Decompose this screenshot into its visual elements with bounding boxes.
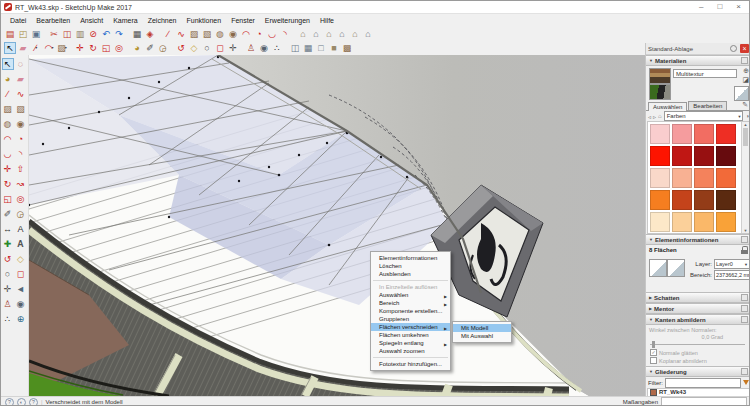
swatch-scrollbar[interactable]: ▲▼ bbox=[741, 122, 749, 233]
new-icon[interactable]: ▤ bbox=[4, 28, 16, 40]
tab-select[interactable]: Auswählen bbox=[648, 102, 687, 111]
context-menu-item[interactable]: Komponente erstellen... bbox=[371, 307, 450, 315]
maximize-button[interactable]: □ bbox=[717, 3, 722, 11]
3d-text-tool-icon[interactable]: 𝐀 bbox=[15, 238, 27, 250]
soften-edges-section-header[interactable]: ▼ Kanten abmildern bbox=[646, 314, 750, 325]
geolocation-icon[interactable]: ◐ bbox=[17, 398, 26, 406]
shape-dropdown-icon[interactable]: ▨▾ bbox=[56, 42, 68, 54]
select-tool-icon[interactable]: ↖ bbox=[4, 42, 16, 54]
menu-ansicht[interactable]: Ansicht bbox=[75, 16, 108, 25]
context-menu-item[interactable]: Spiegeln entlang▶ bbox=[371, 339, 450, 347]
funnel-icon[interactable] bbox=[743, 380, 749, 385]
orbit-tool-icon[interactable]: ↺ bbox=[175, 42, 187, 54]
paint-bucket-icon[interactable]: ◕ bbox=[131, 42, 143, 54]
context-menu-item[interactable]: Mit Modell bbox=[453, 324, 511, 332]
front-face-material-swatch[interactable] bbox=[649, 259, 667, 277]
color-swatch[interactable] bbox=[716, 168, 736, 188]
pie-tool-icon[interactable]: ◔ bbox=[253, 28, 265, 40]
menu-bearbeiten[interactable]: Bearbeiten bbox=[31, 16, 75, 25]
credits-icon[interactable]: ? bbox=[29, 398, 38, 406]
context-menu-item[interactable]: Auswählen▶ bbox=[371, 291, 450, 299]
rectangle-tool-icon[interactable]: ▨ bbox=[188, 28, 200, 40]
context-menu-item[interactable]: Elementinformationen bbox=[371, 254, 450, 262]
offset-tool-icon[interactable]: ◎ bbox=[15, 193, 27, 205]
freehand-tool-icon[interactable]: ∿ bbox=[175, 28, 187, 40]
two-point-arc-tool-icon[interactable]: ◡ bbox=[2, 148, 14, 160]
menu-funktionen[interactable]: Funktionen bbox=[181, 16, 226, 25]
tree-item[interactable]: RT_Wk43 bbox=[648, 389, 749, 396]
filter-input[interactable] bbox=[665, 378, 741, 388]
circle-tool-icon[interactable]: ◍ bbox=[214, 28, 226, 40]
style-textured-icon[interactable]: ▩ bbox=[341, 42, 353, 54]
section-detach-button[interactable] bbox=[741, 57, 748, 64]
menu-fenster[interactable]: Fenster bbox=[226, 16, 260, 25]
scale-tool-icon[interactable]: ◱ bbox=[100, 42, 112, 54]
axes-tool-icon[interactable]: ✚ bbox=[2, 238, 14, 250]
orbit-tool-icon[interactable]: ↺ bbox=[2, 253, 14, 265]
section-detach-button[interactable] bbox=[741, 305, 748, 312]
context-menu-item[interactable]: Gruppieren bbox=[371, 315, 450, 323]
create-material-icon[interactable]: ⊕ bbox=[743, 67, 749, 75]
section-detach-button[interactable] bbox=[741, 316, 748, 323]
offset-tool-icon[interactable]: ◎ bbox=[113, 42, 125, 54]
menu-datei[interactable]: Datei bbox=[5, 16, 31, 25]
help-icon[interactable]: ? bbox=[5, 398, 14, 406]
context-menu-item[interactable]: Flächen verschneiden▶ bbox=[371, 323, 450, 331]
line-dropdown-icon[interactable]: ∕▾ bbox=[30, 42, 42, 54]
pie-tool-icon[interactable]: ◔ bbox=[15, 133, 27, 145]
section-detach-button[interactable] bbox=[741, 294, 748, 301]
eyedropper-icon[interactable]: ✎ bbox=[742, 101, 748, 109]
select-tool-icon[interactable]: ↖ bbox=[2, 58, 14, 70]
right-view-icon[interactable]: ⌂ bbox=[336, 28, 348, 40]
paste-icon[interactable]: ▥ bbox=[74, 28, 86, 40]
polygon-tool-icon[interactable]: ◉ bbox=[227, 28, 239, 40]
three-point-arc-tool-icon[interactable]: ◝ bbox=[279, 28, 291, 40]
layer-dropdown[interactable]: Layer0 ▼ bbox=[714, 259, 750, 269]
walk-tool-icon[interactable]: ∴ bbox=[271, 42, 283, 54]
close-button[interactable]: × bbox=[736, 3, 741, 11]
back-arrow-icon[interactable]: ◃ bbox=[648, 113, 651, 120]
push-pull-tool-icon[interactable]: ⇧ bbox=[15, 163, 27, 175]
zoom-tool-icon[interactable]: ○ bbox=[201, 42, 213, 54]
position-camera-icon[interactable]: ♙ bbox=[2, 298, 14, 310]
color-swatch[interactable] bbox=[650, 212, 670, 232]
walk-tool-icon[interactable]: ∴ bbox=[2, 313, 14, 325]
material-thumbnail[interactable] bbox=[649, 68, 671, 84]
back-face-material-swatch[interactable] bbox=[667, 259, 685, 277]
rotated-rectangle-tool-icon[interactable]: ▧ bbox=[15, 103, 27, 115]
scale-tool-icon[interactable]: ◱ bbox=[2, 193, 14, 205]
arc-tool-icon[interactable]: ◠ bbox=[2, 133, 14, 145]
iso-view-icon[interactable]: ⌂ bbox=[297, 28, 309, 40]
color-swatch[interactable] bbox=[650, 168, 670, 188]
three-point-arc-tool-icon[interactable]: ◝ bbox=[15, 148, 27, 160]
open-icon[interactable]: ◰ bbox=[17, 28, 29, 40]
context-menu-item[interactable]: Löschen bbox=[371, 262, 450, 270]
protractor-icon[interactable]: ◶ bbox=[15, 208, 27, 220]
eraser-tool-icon[interactable]: ▰ bbox=[15, 73, 27, 85]
context-menu-item[interactable]: Fototextur hinzufügen... bbox=[371, 360, 450, 368]
minimize-button[interactable]: – bbox=[699, 3, 703, 11]
context-menu-item[interactable]: Auswahl zoomen bbox=[371, 347, 450, 355]
polygon-tool-icon[interactable]: ◉ bbox=[15, 118, 27, 130]
line-tool-icon[interactable]: ∕ bbox=[2, 88, 14, 100]
zoom-window-icon[interactable]: ◻ bbox=[214, 42, 226, 54]
menu-hilfe[interactable]: Hilfe bbox=[315, 16, 339, 25]
rotate-tool-icon[interactable]: ↻ bbox=[87, 42, 99, 54]
forward-arrow-icon[interactable]: ▹ bbox=[653, 113, 656, 120]
angle-slider[interactable] bbox=[650, 344, 745, 345]
color-swatch[interactable] bbox=[672, 190, 692, 210]
viewport-canvas[interactable] bbox=[29, 55, 645, 396]
arc-dropdown-icon[interactable]: ◠▾ bbox=[43, 42, 55, 54]
previous-view-icon[interactable]: ◄ bbox=[15, 283, 27, 295]
eraser-tool-icon[interactable]: ▰ bbox=[17, 42, 29, 54]
position-camera-icon[interactable]: ♙ bbox=[245, 42, 257, 54]
soften-coplanar-checkbox[interactable] bbox=[650, 357, 657, 364]
circle-tool-icon[interactable]: ◍ bbox=[2, 118, 14, 130]
measurements-input[interactable] bbox=[661, 397, 747, 406]
two-point-arc-tool-icon[interactable]: ◡ bbox=[266, 28, 278, 40]
material-name-input[interactable]: Multitextur bbox=[673, 69, 737, 78]
pin-icon[interactable] bbox=[730, 45, 737, 52]
look-around-icon[interactable]: ◉ bbox=[15, 298, 27, 310]
save-icon[interactable]: ▣ bbox=[30, 28, 42, 40]
print-icon[interactable]: ▦ bbox=[131, 28, 143, 40]
